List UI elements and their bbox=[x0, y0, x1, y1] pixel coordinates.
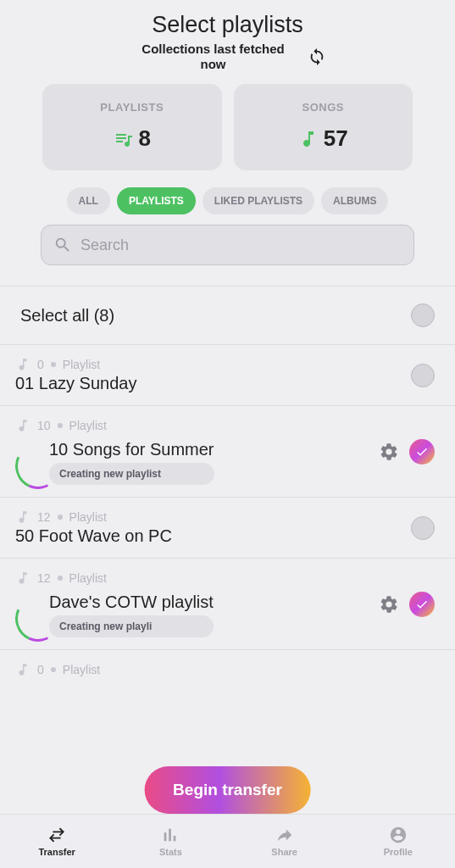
playlist-row[interactable]: 12 Playlist Dave's COTW playlist Creatin… bbox=[0, 559, 455, 650]
songs-stat-card[interactable]: SONGS 57 bbox=[234, 84, 413, 170]
filter-albums[interactable]: ALBUMS bbox=[321, 187, 388, 214]
playlist-type: Playlist bbox=[63, 358, 100, 371]
playlist-type: Playlist bbox=[69, 510, 107, 524]
tab-label: Transfer bbox=[38, 847, 75, 857]
tab-label: Profile bbox=[384, 847, 413, 857]
playlist-row[interactable]: 10 Playlist 10 Songs for Summer Creating… bbox=[0, 406, 455, 498]
music-note-icon bbox=[15, 662, 31, 677]
separator-dot bbox=[58, 515, 63, 520]
playlist-type: Playlist bbox=[69, 419, 107, 432]
refresh-icon bbox=[308, 47, 326, 66]
select-all-label: Select all (8) bbox=[20, 306, 411, 326]
playlist-row[interactable]: 0 Playlist 01 Lazy Sunday bbox=[0, 345, 455, 406]
gear-icon bbox=[379, 442, 399, 462]
music-note-icon bbox=[15, 418, 31, 433]
filter-all[interactable]: ALL bbox=[67, 187, 110, 214]
select-all-radio[interactable] bbox=[411, 303, 435, 327]
fetch-status: Collections last fetched now bbox=[129, 42, 298, 72]
playlist-icon bbox=[114, 129, 134, 149]
playlist-selected-badge[interactable] bbox=[409, 592, 435, 617]
search-icon bbox=[53, 236, 72, 254]
progress-arc-icon bbox=[15, 443, 39, 484]
separator-dot bbox=[58, 423, 63, 428]
transfer-icon bbox=[46, 826, 68, 844]
playlist-row[interactable]: 0 Playlist bbox=[0, 650, 455, 677]
playlists-count: 8 bbox=[139, 125, 151, 152]
playlists-stat-card[interactable]: PLAYLISTS 8 bbox=[42, 84, 222, 170]
playlist-type: Playlist bbox=[63, 663, 100, 676]
select-all-row[interactable]: Select all (8) bbox=[0, 286, 455, 345]
playlist-song-count: 12 bbox=[37, 510, 51, 524]
playlists-stat-label: PLAYLISTS bbox=[51, 101, 214, 114]
playlist-row[interactable]: 12 Playlist 50 Foot Wave on PC bbox=[0, 498, 455, 559]
profile-icon bbox=[387, 826, 409, 844]
playlist-radio[interactable] bbox=[411, 364, 435, 387]
playlist-song-count: 10 bbox=[37, 419, 51, 432]
songs-stat-label: SONGS bbox=[242, 101, 405, 114]
playlist-song-count: 12 bbox=[37, 571, 51, 585]
separator-dot bbox=[51, 362, 56, 367]
playlist-title: Dave's COTW playlist bbox=[49, 593, 214, 612]
music-note-icon bbox=[15, 357, 31, 372]
playlist-song-count: 0 bbox=[37, 663, 44, 676]
tab-transfer[interactable]: Transfer bbox=[0, 815, 114, 868]
playlist-song-count: 0 bbox=[37, 358, 44, 371]
check-icon bbox=[415, 445, 429, 459]
page-title: Select playlists bbox=[17, 12, 438, 38]
tab-label: Share bbox=[271, 847, 297, 857]
stats-icon bbox=[159, 826, 181, 844]
music-note-icon bbox=[15, 509, 31, 525]
tab-stats[interactable]: Stats bbox=[114, 815, 227, 868]
music-note-icon bbox=[15, 570, 31, 586]
music-note-icon bbox=[298, 129, 319, 149]
check-icon bbox=[415, 598, 429, 611]
playlist-radio[interactable] bbox=[411, 516, 435, 540]
filter-liked-playlists[interactable]: LIKED PLAYLISTS bbox=[203, 187, 314, 214]
gear-icon bbox=[379, 594, 399, 615]
search-input[interactable] bbox=[80, 236, 402, 254]
share-icon bbox=[274, 826, 296, 844]
status-chip: Creating new playlist bbox=[49, 463, 214, 485]
playlist-settings-button[interactable] bbox=[379, 594, 399, 615]
status-chip: Creating new playli bbox=[49, 615, 214, 637]
tab-share[interactable]: Share bbox=[228, 815, 341, 868]
playlist-type: Playlist bbox=[69, 571, 107, 585]
progress-arc-icon bbox=[15, 596, 39, 637]
playlist-title: 10 Songs for Summer bbox=[49, 440, 214, 459]
search-box[interactable] bbox=[41, 225, 414, 265]
playlist-selected-badge[interactable] bbox=[409, 439, 435, 465]
filter-playlists[interactable]: PLAYLISTS bbox=[117, 187, 196, 214]
tab-label: Stats bbox=[159, 847, 182, 857]
playlist-title: 01 Lazy Sunday bbox=[15, 374, 411, 393]
playlist-settings-button[interactable] bbox=[379, 442, 399, 462]
separator-dot bbox=[58, 576, 63, 581]
separator-dot bbox=[51, 667, 56, 672]
tab-profile[interactable]: Profile bbox=[341, 815, 455, 868]
playlist-title: 50 Foot Wave on PC bbox=[15, 526, 411, 546]
begin-transfer-button[interactable]: Begin transfer bbox=[144, 766, 311, 814]
songs-count: 57 bbox=[324, 125, 348, 152]
refresh-button[interactable] bbox=[307, 47, 327, 67]
